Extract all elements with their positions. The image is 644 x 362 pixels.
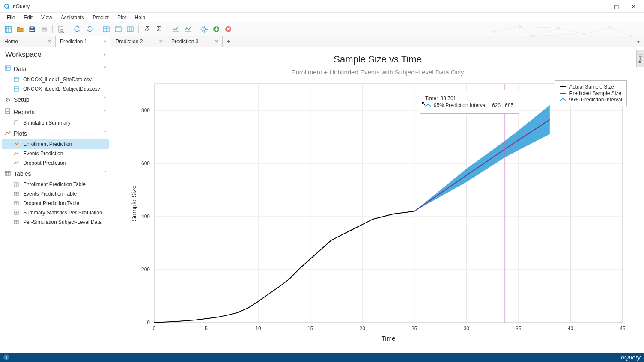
svg-rect-6 — [30, 30, 34, 31]
maximize-button[interactable]: ◻ — [614, 3, 619, 10]
tab-label: Prediction 2 — [116, 39, 143, 45]
section-reports[interactable]: Reports ˄ — [2, 106, 109, 118]
svg-text:0: 0 — [147, 320, 150, 326]
undo-button[interactable] — [72, 24, 83, 35]
add-button[interactable] — [211, 24, 222, 35]
delta-button[interactable]: δ — [141, 24, 152, 35]
item-label: Dropout Prediction Table — [23, 200, 79, 206]
item-label: Enrollment Prediction Table — [23, 181, 86, 187]
tab-home[interactable]: Home× — [0, 36, 56, 47]
plot-icon — [4, 130, 11, 137]
tab-close-icon[interactable]: × — [159, 38, 162, 45]
item-label: ONCOX_iLook1_SubjectData.csv — [23, 86, 100, 92]
item-label: Events Prediction — [23, 151, 63, 157]
legend-item: Predicted Sample Size — [569, 90, 621, 96]
close-button[interactable]: ✕ — [631, 3, 636, 10]
menu-assistants[interactable]: Assistants — [57, 14, 88, 21]
svg-text:45: 45 — [620, 326, 626, 332]
svg-text:200: 200 — [141, 267, 150, 273]
remove-button[interactable] — [223, 24, 234, 35]
table2-button[interactable] — [113, 24, 124, 35]
menu-help[interactable]: Help — [131, 14, 149, 21]
table-item-enroll[interactable]: Enrollment Prediction Table — [2, 180, 109, 189]
svg-rect-19 — [127, 27, 133, 32]
svg-rect-65 — [5, 171, 10, 175]
table1-button[interactable] — [101, 24, 112, 35]
chart-panel: Help Sample Size vs Time Enrollment + Un… — [111, 47, 644, 353]
app-logo-icon — [3, 3, 10, 10]
svg-rect-114 — [154, 84, 623, 323]
tab-close-icon[interactable]: × — [103, 38, 107, 45]
minimize-button[interactable]: — — [596, 3, 602, 10]
info-icon[interactable]: i — [3, 354, 9, 360]
section-label: Setup — [14, 96, 30, 103]
plot-item-enrollment[interactable]: Enrollment Prediction — [2, 139, 109, 149]
section-setup[interactable]: ⚙ Setup ˅ — [2, 94, 109, 106]
tab-overflow-button[interactable]: ▾ — [633, 36, 644, 47]
table-item-events[interactable]: Events Prediction Table — [2, 189, 109, 199]
table-item-dropout[interactable]: Dropout Prediction Table — [2, 199, 109, 208]
tab-prediction2[interactable]: Prediction 2× — [111, 36, 167, 47]
table-item-summary[interactable]: Summary Statistics Per-Simulation — [2, 208, 109, 217]
chart-title: Sample Size vs Time — [111, 54, 644, 65]
tab-prediction3[interactable]: Prediction 3× — [167, 36, 223, 47]
print-button[interactable] — [39, 24, 50, 35]
chart2-button[interactable] — [182, 24, 193, 35]
item-label: ONCOX_iLook1_SiteData.csv — [23, 77, 92, 83]
plot-icon — [14, 142, 21, 146]
status-bar: i nQuery — [0, 353, 644, 362]
plot-item-events[interactable]: Events Prediction — [2, 149, 109, 158]
tab-label: Prediction 1 — [60, 39, 87, 45]
menu-plot[interactable]: Plot — [114, 14, 130, 21]
sigma-button[interactable]: Σ — [153, 24, 164, 35]
table-item-persim[interactable]: Per-Simulation Subject-Level Data — [2, 217, 109, 227]
menu-edit[interactable]: Edit — [20, 14, 36, 21]
chevron-up-icon: ˄ — [104, 131, 107, 136]
chevron-down-icon: ˅ — [104, 97, 107, 103]
new-button[interactable] — [3, 24, 14, 35]
grid-icon — [14, 192, 21, 196]
data-item-site[interactable]: ONCOX_iLook1_SiteData.csv — [2, 75, 109, 84]
tab-prediction1[interactable]: Prediction 1× — [56, 36, 111, 47]
chart-svg[interactable]: 0510152025303540450200400600800TimeSampl… — [128, 80, 631, 344]
item-label: Per-Simulation Subject-Level Data — [23, 219, 101, 225]
svg-point-0 — [5, 4, 9, 8]
report-item-simsummary[interactable]: Simulation Summary — [2, 118, 109, 128]
help-tab[interactable]: Help — [636, 50, 644, 67]
plot-item-dropout[interactable]: Dropout Prediction — [2, 158, 109, 168]
item-label: Enrollment Prediction — [23, 141, 72, 147]
tooltip-pi-label: 95% Prediction Interval : — [434, 102, 489, 108]
save-button[interactable] — [27, 24, 38, 35]
svg-line-30 — [206, 30, 207, 31]
settings-button[interactable] — [199, 24, 210, 35]
section-data[interactable]: Data ˄ — [2, 62, 109, 75]
tab-close-icon[interactable]: × — [48, 38, 51, 45]
file-icon — [14, 77, 21, 82]
section-tables[interactable]: Tables ˄ — [2, 168, 109, 180]
chart-tooltip: Time: 33.701 95% Prediction Interval : 6… — [420, 90, 519, 114]
tab-strip: Home× Prediction 1× Prediction 2× Predic… — [0, 36, 644, 47]
section-plots[interactable]: Plots ˄ — [2, 128, 109, 139]
item-label: Dropout Prediction — [23, 160, 66, 166]
tab-close-icon[interactable]: × — [215, 38, 218, 45]
section-label: Plots — [14, 130, 27, 137]
menu-view[interactable]: View — [38, 14, 56, 21]
data-item-subject[interactable]: ONCOX_iLook1_SubjectData.csv — [2, 84, 109, 94]
menu-predict[interactable]: Predict — [89, 14, 112, 21]
chevron-up-icon: ˄ — [104, 66, 107, 72]
svg-text:10: 10 — [255, 326, 261, 332]
preview-button[interactable] — [55, 24, 66, 35]
grid-icon — [14, 211, 21, 215]
chart1-button[interactable] — [170, 24, 181, 35]
table-icon — [4, 170, 11, 177]
plot-icon — [14, 151, 21, 156]
table3-button[interactable] — [125, 24, 136, 35]
svg-line-32 — [206, 27, 207, 27]
collapse-sidebar-button[interactable]: ‹ — [104, 51, 106, 58]
redo-button[interactable] — [84, 24, 95, 35]
menu-file[interactable]: File — [3, 14, 18, 21]
svg-text:800: 800 — [141, 107, 150, 113]
tab-add-button[interactable]: + — [223, 36, 234, 47]
open-button[interactable] — [15, 24, 26, 35]
svg-text:Time: Time — [382, 335, 396, 342]
